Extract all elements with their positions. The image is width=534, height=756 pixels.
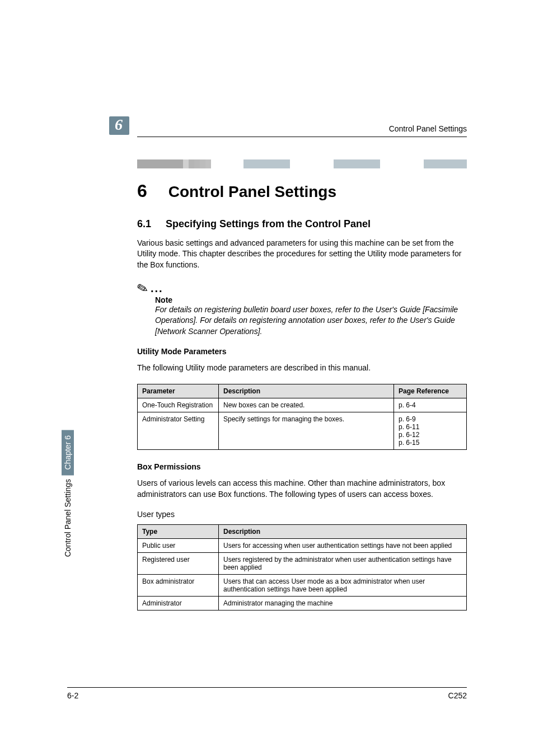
table-row: Administrator Administrator managing the… (138, 597, 467, 611)
utility-header-description: Description (219, 384, 394, 398)
chapter-badge: 6 (109, 116, 129, 135)
section-title: Specifying Settings from the Control Pan… (166, 218, 371, 230)
cell-description: Administrator managing the machine (219, 597, 467, 611)
note-body: For details on registering bulletin boar… (155, 304, 467, 337)
permissions-table: Type Description Public user Users for a… (137, 524, 467, 611)
cell-description: Users registered by the administrator wh… (219, 553, 467, 575)
cell-description: Users that can access User mode as a box… (219, 575, 467, 597)
footer-model: C252 (448, 691, 467, 700)
cell-type: Public user (138, 539, 219, 553)
table-row: Public user Users for accessing when use… (138, 539, 467, 553)
cell-parameter: One-Touch Registration (138, 398, 219, 412)
utility-intro: The following Utility mode parameters ar… (137, 363, 467, 374)
table-row: Box administrator Users that can access … (138, 575, 467, 597)
chapter-title-text: Control Panel Settings (168, 183, 336, 201)
utility-header-parameter: Parameter (138, 384, 219, 398)
cell-type: Administrator (138, 597, 219, 611)
table-row: One-Touch Registration New boxes can be … (138, 398, 467, 412)
footer-page-number: 6-2 (67, 691, 78, 700)
section-intro: Various basic settings and advanced para… (137, 238, 467, 271)
cell-type: Registered user (138, 553, 219, 575)
section-heading: 6.1 Specifying Settings from the Control… (137, 218, 467, 230)
sidebar-tab: Chapter 6 Control Panel Settings (60, 389, 75, 557)
header-rule (137, 137, 467, 137)
table-row: Registered user Users registered by the … (138, 553, 467, 575)
note-icon: ✎ (135, 279, 151, 297)
permissions-intro: Users of various levels can access this … (137, 478, 467, 500)
cell-pageref: p. 6-9 p. 6-11 p. 6-12 p. 6-15 (394, 412, 467, 449)
perm-header-type: Type (138, 525, 219, 539)
running-title: Control Panel Settings (389, 124, 467, 133)
sidebar-title: Control Panel Settings (63, 479, 72, 557)
section-number: 6.1 (137, 218, 151, 230)
sidebar-chapter: Chapter 6 (62, 430, 74, 475)
utility-header-pageref: Page Reference (394, 384, 467, 398)
chapter-number: 6 (137, 181, 147, 201)
cell-description: New boxes can be created. (219, 398, 394, 412)
note-heading: Note (155, 295, 467, 304)
cell-pageref: p. 6-4 (394, 398, 467, 412)
cell-description: Specify settings for managing the boxes. (219, 412, 394, 449)
cell-type: Box administrator (138, 575, 219, 597)
note-block: ✎ ... Note For details on registering bu… (137, 281, 467, 337)
utility-table: Parameter Description Page Reference One… (137, 384, 467, 450)
user-types-label: User types (137, 510, 467, 519)
decorative-stripe (137, 159, 467, 168)
page-footer: 6-2 C252 (67, 687, 467, 700)
table-row: Administrator Setting Specify settings f… (138, 412, 467, 449)
perm-header-description: Description (219, 525, 467, 539)
permissions-heading: Box Permissions (137, 462, 467, 471)
cell-parameter: Administrator Setting (138, 412, 219, 449)
chapter-title: 6 Control Panel Settings (137, 181, 467, 201)
page-header: 6 Control Panel Settings (137, 115, 467, 133)
cell-description: Users for accessing when user authentica… (219, 539, 467, 553)
utility-heading: Utility Mode Parameters (137, 347, 467, 356)
